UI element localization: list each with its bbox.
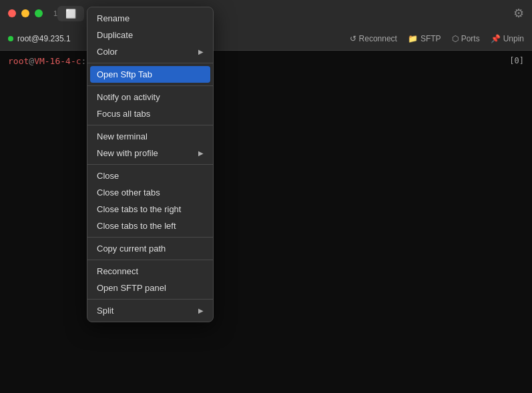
chevron-right-icon-split: ▶ — [198, 307, 204, 314]
menu-label-duplicate: Duplicate — [97, 30, 133, 40]
reconnect-icon: ↺ — [350, 34, 356, 43]
reconnect-button[interactable]: ↺ Reconnect — [350, 34, 397, 43]
terminal-prompt: root @ VM-16-4-c : ~ $ — [8, 56, 524, 66]
menu-label-close-tabs-left: Close tabs to the left — [97, 221, 176, 231]
menu-label-copy-current-path: Copy current path — [97, 244, 166, 254]
terminal-area[interactable]: root @ VM-16-4-c : ~ $ [0] — [0, 51, 532, 393]
menu-label-new-terminal: New terminal — [97, 131, 148, 141]
menu-item-close-tabs-right[interactable]: Close tabs to the right — [87, 201, 213, 218]
separator-3 — [87, 125, 213, 125]
toolbar: root@49.235.1 ↺ Reconnect 📁 SFTP ⬡ Ports… — [0, 27, 532, 51]
badge: [0] — [509, 56, 524, 65]
menu-label-reconnect: Reconnect — [97, 266, 138, 276]
traffic-lights — [8, 9, 43, 17]
menu-label-focus-all-tabs: Focus all tabs — [97, 109, 150, 119]
ports-icon: ⬡ — [452, 34, 459, 43]
sftp-button[interactable]: 📁 SFTP — [408, 34, 441, 43]
menu-label-close-other-tabs: Close other tabs — [97, 187, 160, 198]
context-menu: Rename Duplicate Color ▶ Open Sftp Tab N… — [87, 7, 214, 322]
sftp-icon: 📁 — [408, 34, 418, 43]
menu-item-new-terminal[interactable]: New terminal — [87, 128, 213, 145]
toolbar-actions: ↺ Reconnect 📁 SFTP ⬡ Ports 📌 Unpin — [350, 34, 524, 43]
menu-item-open-sftp-tab[interactable]: Open Sftp Tab — [90, 66, 210, 83]
menu-item-open-sftp-panel[interactable]: Open SFTP panel — [87, 280, 213, 296]
menu-item-close[interactable]: Close — [87, 167, 213, 184]
menu-item-rename[interactable]: Rename — [87, 10, 213, 27]
menu-label-close: Close — [97, 171, 119, 181]
ports-label: Ports — [461, 34, 480, 43]
prompt-at: @ — [29, 56, 34, 66]
sftp-label: SFTP — [421, 34, 441, 43]
separator-1 — [87, 63, 213, 63]
menu-label-rename: Rename — [97, 13, 129, 23]
titlebar: 1 ⬜ ⚙ — [0, 0, 532, 27]
pin-icon: 📌 — [491, 34, 501, 43]
menu-label-open-sftp-panel: Open SFTP panel — [97, 283, 166, 293]
separator-2 — [87, 85, 213, 86]
reconnect-label: Reconnect — [359, 34, 397, 43]
menu-item-duplicate[interactable]: Duplicate — [87, 27, 213, 43]
prompt-colon: : — [81, 56, 87, 66]
unpin-label: Unpin — [503, 34, 524, 43]
menu-item-color[interactable]: Color ▶ — [87, 43, 213, 60]
menu-label-open-sftp-tab: Open Sftp Tab — [97, 69, 152, 79]
separator-4 — [87, 164, 213, 165]
settings-icon[interactable]: ⚙ — [513, 6, 524, 21]
titlebar-right: ⚙ — [513, 6, 524, 21]
menu-item-split[interactable]: Split ▶ — [87, 302, 213, 319]
prompt-user: root — [8, 56, 29, 66]
menu-label-notify-on-activity: Notify on activity — [97, 92, 160, 102]
menu-item-close-tabs-left[interactable]: Close tabs to the left — [87, 218, 213, 234]
menu-label-split: Split — [97, 306, 113, 316]
maximize-button[interactable] — [35, 9, 43, 17]
menu-label-color: Color — [97, 47, 117, 57]
prompt-host: VM-16-4-c — [34, 56, 81, 66]
menu-item-new-with-profile[interactable]: New with profile ▶ — [87, 145, 213, 161]
menu-label-close-tabs-right: Close tabs to the right — [97, 204, 181, 214]
ports-button[interactable]: ⬡ Ports — [452, 34, 480, 43]
menu-item-copy-current-path[interactable]: Copy current path — [87, 240, 213, 257]
close-button[interactable] — [8, 9, 16, 17]
menu-item-notify-on-activity[interactable]: Notify on activity — [87, 89, 213, 105]
menu-item-focus-all-tabs[interactable]: Focus all tabs — [87, 105, 213, 122]
separator-5 — [87, 237, 213, 238]
menu-item-reconnect[interactable]: Reconnect — [87, 263, 213, 280]
menu-label-new-with-profile: New with profile — [97, 148, 158, 158]
tab-area: 1 ⬜ — [53, 6, 84, 21]
unpin-button[interactable]: 📌 Unpin — [491, 34, 524, 43]
chevron-right-icon-profile: ▶ — [198, 149, 204, 157]
menu-item-close-other-tabs[interactable]: Close other tabs — [87, 184, 213, 201]
host-label: root@49.235.1 — [17, 34, 71, 43]
separator-6 — [87, 260, 213, 260]
tab-icon: ⬜ — [65, 9, 76, 19]
connection-status-dot — [8, 36, 13, 41]
host-info: root@49.235.1 — [8, 34, 71, 43]
minimize-button[interactable] — [21, 9, 29, 17]
tab-item[interactable]: ⬜ — [57, 6, 84, 21]
chevron-right-icon: ▶ — [198, 48, 204, 55]
separator-7 — [87, 299, 213, 300]
